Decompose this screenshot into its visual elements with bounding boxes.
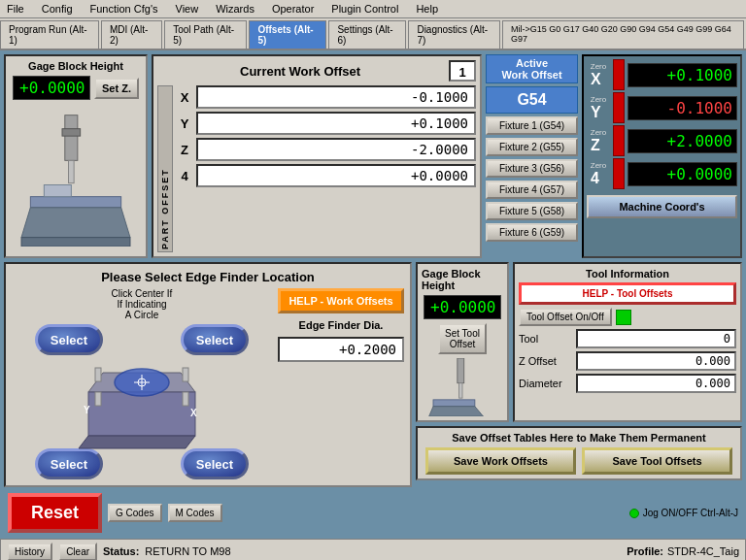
help-work-offsets-button[interactable]: HELP - Work Offsets [278, 288, 404, 313]
status-bar: History Clear Status: RETURN TO M98 Prof… [0, 539, 746, 560]
axis-label-y: Y [177, 116, 192, 131]
tool-offset-onoff-button[interactable]: Tool Offset On/Off [519, 308, 612, 326]
profile-value: STDR-4C_Taig [667, 545, 739, 557]
svg-rect-1 [62, 128, 81, 135]
save-work-offsets-button[interactable]: Save Work Offsets [425, 447, 576, 475]
tab-mil-g15[interactable]: Mil->G15 G0 G17 G40 G20 G90 G94 G54 G49 … [502, 20, 744, 49]
svg-rect-6 [21, 237, 130, 246]
red-indicator-4 [613, 158, 625, 189]
tab-settings[interactable]: Settings (Alt-6) [328, 20, 406, 49]
diameter-label: Diameter [519, 378, 572, 389]
fixture-6-button[interactable]: Fixture 6 (G59) [486, 223, 578, 242]
tab-tool-path[interactable]: Tool Path (Alt-5) [164, 20, 247, 49]
gage-block-top: Gage Block Height +0.0000 Set Z. [4, 54, 148, 258]
part-offset-label: PART OFFSET [157, 85, 173, 252]
select-button-bottom-left[interactable]: Select [35, 448, 103, 479]
tab-bar: Program Run (Alt-1) MDI (Alt-2) Tool Pat… [0, 18, 746, 50]
gage-tool-row: Gage Block Height +0.0000 Set ToolOffset [416, 262, 742, 422]
tool-field-row: Tool [519, 329, 736, 348]
edge-finder-diagram: Select Select Select Select [35, 324, 249, 479]
offset-input-z[interactable] [196, 138, 476, 161]
help-tool-offsets-button[interactable]: HELP - Tool Offsets [519, 282, 736, 305]
red-indicator-x [613, 59, 625, 90]
readout-panel: Zero X +0.1000 Zero Y -0.1000 Zero Z [582, 54, 742, 258]
fixture-4-button[interactable]: Fixture 4 (G57) [486, 181, 578, 199]
tool-label: Tool [519, 333, 572, 345]
gage-block-illustration [17, 104, 134, 252]
tab-offsets[interactable]: Offsets (Alt-5) [249, 20, 326, 49]
gage-block-top-value[interactable]: +0.0000 [13, 76, 90, 100]
menu-wizards[interactable]: Wizards [213, 2, 257, 16]
svg-rect-0 [65, 115, 78, 160]
svg-marker-5 [21, 207, 130, 237]
main-content: Gage Block Height +0.0000 Set Z. [0, 50, 746, 539]
select-button-bottom-right[interactable]: Select [181, 448, 249, 479]
tool-offset-onoff-row: Tool Offset On/Off [519, 308, 736, 326]
svg-marker-23 [429, 407, 484, 416]
offset-input-y[interactable] [196, 112, 476, 135]
fixture-5-button[interactable]: Fixture 5 (G58) [486, 202, 578, 220]
svg-rect-2 [69, 160, 75, 182]
offset-input-4[interactable] [196, 164, 476, 187]
fixture-3-button[interactable]: Fixture 3 (G56) [486, 159, 578, 178]
tab-diagnostics[interactable]: Diagnostics (Alt-7) [408, 20, 500, 49]
offset-table: PART OFFSET X Y Z 4 [157, 85, 476, 252]
work-offset-section: Current Work Offset 1 PART OFFSET X Y Z [152, 54, 482, 258]
axis-label-4: 4 [177, 169, 192, 183]
g-codes-button[interactable]: G Codes [108, 504, 161, 522]
svg-text:X: X [190, 408, 197, 418]
red-indicator-y [613, 92, 625, 123]
readout-axis-y: Y [591, 104, 606, 121]
menu-operator[interactable]: Operator [269, 2, 317, 16]
offset-row-x: X [177, 85, 476, 109]
menu-plugin-control[interactable]: Plugin Control [328, 2, 401, 16]
active-work-offset-value: G54 [486, 86, 578, 114]
work-offset-title: Current Work Offset [157, 64, 443, 79]
red-indicator-z [613, 125, 625, 156]
zero-label-4: Zero [591, 161, 606, 170]
menu-function-cfgs[interactable]: Function Cfg's [87, 2, 161, 16]
reset-button[interactable]: Reset [8, 493, 102, 533]
menu-help[interactable]: Help [413, 2, 441, 16]
svg-marker-9 [79, 436, 195, 448]
select-button-top-right[interactable]: Select [181, 324, 249, 355]
offset-rows: X Y Z 4 [177, 85, 476, 252]
readout-row-x: Zero X +0.1000 [587, 59, 737, 90]
z-offset-input[interactable] [576, 351, 736, 371]
menu-config[interactable]: Config [39, 2, 76, 16]
z-offset-label: Z Offset [519, 355, 572, 367]
tool-value-input[interactable] [576, 329, 736, 348]
edge-finder-left: Click Center IfIf IndicatingA Circle Sel… [12, 288, 272, 479]
offset-input-x[interactable] [196, 85, 476, 109]
jog-label: Jog ON/OFF Ctrl-Alt-J [643, 508, 738, 518]
history-button[interactable]: History [7, 543, 52, 561]
edge-finder-dia-value[interactable] [278, 337, 404, 362]
offset-number[interactable]: 1 [449, 60, 476, 82]
m-codes-button[interactable]: M Codes [168, 504, 222, 522]
gage-block-svg [17, 111, 134, 247]
menu-view[interactable]: View [173, 2, 202, 16]
readout-value-y: -0.1000 [627, 96, 737, 120]
axis-label-z: Z [177, 143, 192, 157]
svg-rect-20 [458, 358, 464, 383]
tool-info-panel: Tool Information HELP - Tool Offsets Too… [513, 262, 742, 422]
zero-label-x: Zero [591, 62, 606, 71]
save-buttons-row: Save Work Offsets Save Tool Offsets [425, 447, 732, 475]
machine-coords-button[interactable]: Machine Coord's [587, 195, 737, 218]
tab-mdi[interactable]: MDI (Alt-2) [101, 20, 162, 49]
svg-rect-22 [433, 400, 475, 407]
select-button-top-left[interactable]: Select [35, 324, 103, 355]
axis-label-x: X [177, 90, 192, 105]
svg-rect-3 [30, 196, 120, 207]
tab-program-run[interactable]: Program Run (Alt-1) [0, 20, 99, 49]
save-tool-offsets-button[interactable]: Save Tool Offsets [582, 447, 732, 475]
fixture-1-button[interactable]: Fixture 1 (G54) [486, 116, 578, 135]
gage-block-bottom-value[interactable]: +0.0000 [424, 295, 501, 319]
fixture-2-button[interactable]: Fixture 2 (G55) [486, 138, 578, 156]
diameter-input[interactable] [576, 374, 736, 393]
table-diagram-svg: Y X [74, 353, 210, 450]
clear-button[interactable]: Clear [58, 543, 97, 561]
set-tool-offset-button[interactable]: Set ToolOffset [438, 323, 487, 354]
menu-file[interactable]: File [4, 2, 27, 16]
set-z-button[interactable]: Set Z. [94, 78, 139, 99]
